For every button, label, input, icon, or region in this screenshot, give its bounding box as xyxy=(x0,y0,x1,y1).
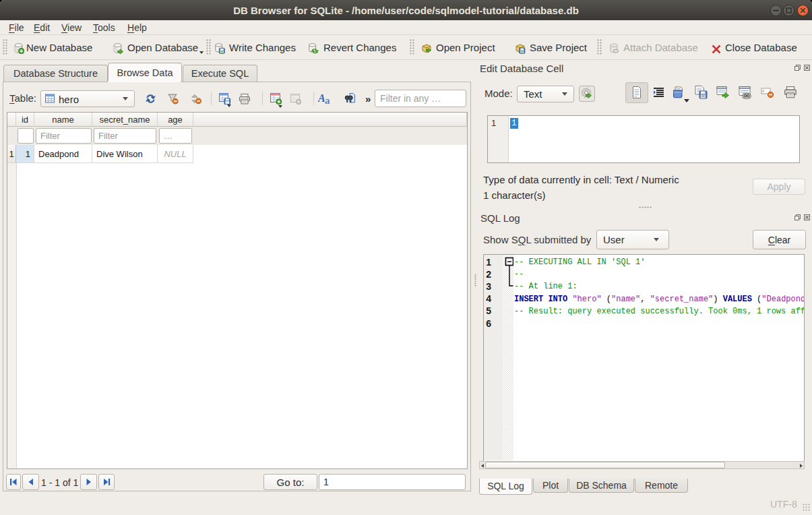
svg-text:a: a xyxy=(325,95,330,105)
